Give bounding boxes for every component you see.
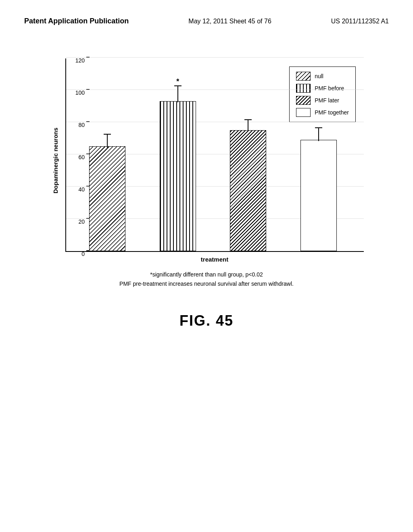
chart-plot: 020406080100120 * — [65, 58, 364, 252]
y-tick-label: 0 — [81, 251, 85, 257]
y-tick-label: 100 — [75, 89, 85, 96]
bars-group: * — [70, 58, 356, 251]
asterisk-annotation: * — [176, 77, 179, 86]
sheet-info: May 12, 2011 Sheet 45 of 76 — [188, 16, 271, 25]
page-header: Patent Application Publication May 12, 2… — [0, 0, 413, 26]
error-bar — [244, 119, 252, 131]
bar-pmf-later — [230, 130, 266, 251]
figure-label: FIG. 45 — [0, 312, 413, 329]
bar-pmf-before: * — [160, 101, 196, 251]
y-tick-label: 120 — [75, 57, 85, 64]
bar-wrapper — [230, 58, 266, 251]
bar-null — [89, 146, 125, 251]
y-tick-label: 80 — [78, 122, 85, 128]
bar-wrapper — [300, 58, 337, 251]
error-bar — [104, 134, 111, 148]
bar-wrapper — [89, 58, 125, 251]
y-tick-label: 20 — [78, 218, 85, 225]
y-tick-label: 60 — [78, 154, 85, 160]
chart-captions: *significantly different than null group… — [49, 270, 364, 288]
bar-wrapper: * — [160, 58, 196, 251]
y-tick: 120 — [86, 57, 90, 58]
y-tick-line — [86, 57, 90, 58]
patent-number: US 2011/112352 A1 — [331, 16, 389, 25]
error-bar — [174, 85, 181, 102]
y-tick-label: 40 — [78, 186, 85, 193]
publication-label: Patent Application Publication — [24, 16, 129, 26]
caption-line2: PMF pre-treatment increases neuronal sur… — [49, 279, 364, 288]
chart-inner: null PMF before PMF later PMF together — [65, 58, 364, 263]
chart-container: Dopaminergic neurons null PMF before PMF… — [49, 58, 364, 263]
caption-line1: *significantly different than null group… — [49, 270, 364, 279]
x-axis-label: treatment — [65, 256, 364, 263]
bar-pmf-together — [300, 140, 337, 251]
error-bar — [315, 127, 322, 141]
y-axis-label: Dopaminergic neurons — [49, 58, 61, 263]
grid-line — [66, 57, 364, 58]
chart-area: Dopaminergic neurons null PMF before PMF… — [49, 58, 364, 288]
